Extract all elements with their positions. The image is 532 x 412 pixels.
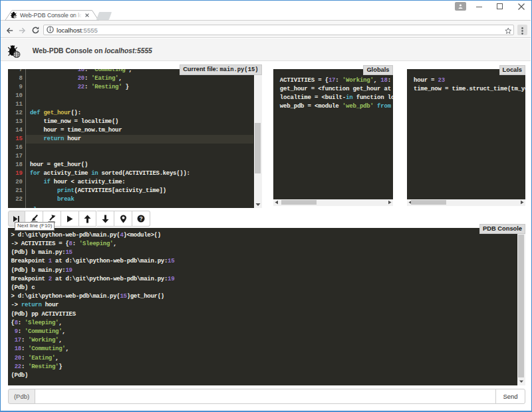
svg-text:?: ? — [139, 215, 142, 222]
